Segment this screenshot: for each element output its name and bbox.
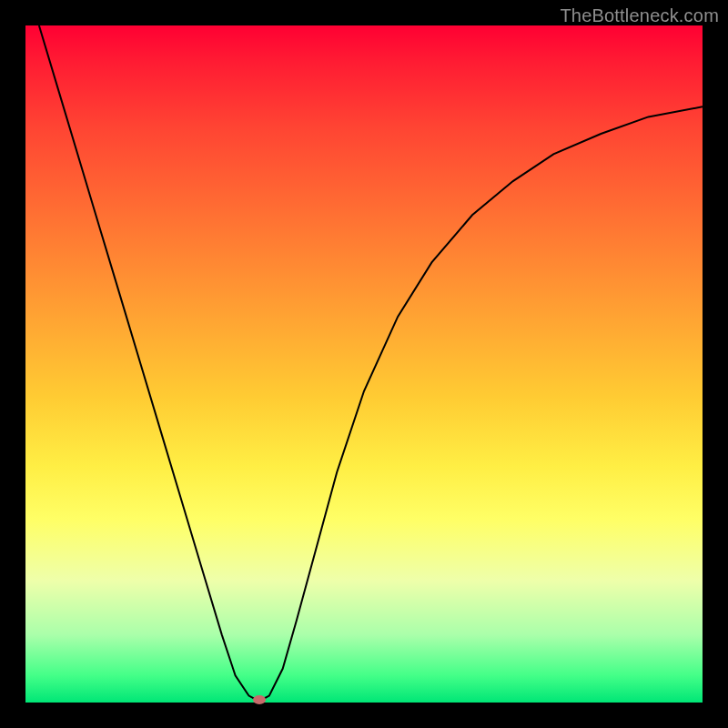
curve-svg — [25, 25, 703, 703]
optimum-marker — [253, 695, 266, 704]
bottleneck-curve — [39, 25, 703, 702]
plot-area — [25, 25, 703, 703]
watermark-text: TheBottleneck.com — [560, 5, 719, 26]
